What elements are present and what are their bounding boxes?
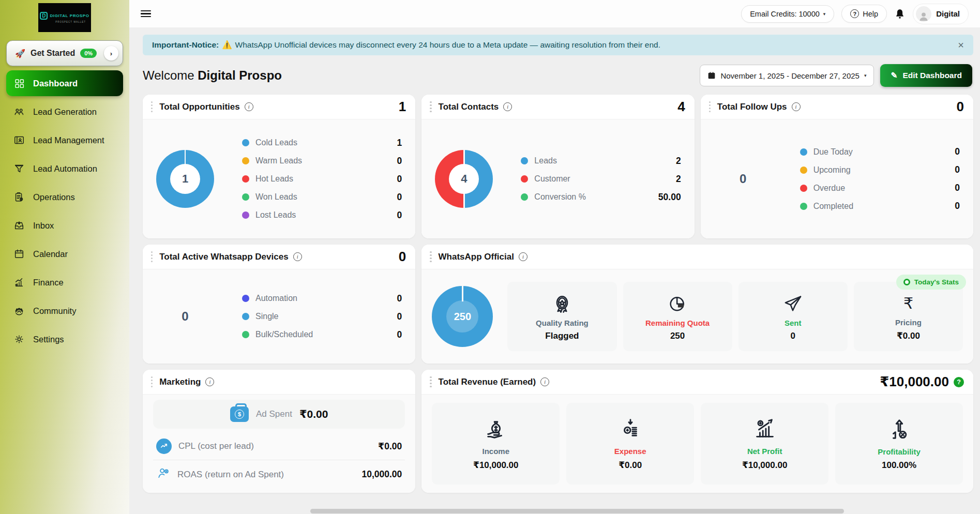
page-title: Welcome Digital Prospo xyxy=(143,68,282,83)
sidebar-item-label: Lead Automation xyxy=(33,164,97,174)
gear-icon xyxy=(13,334,25,345)
legend-item: Warm Leads0 xyxy=(242,156,402,167)
drag-handle[interactable] xyxy=(149,374,155,390)
help-badge-icon[interactable]: ? xyxy=(954,377,964,387)
growth-percent-icon xyxy=(887,417,911,443)
menu-toggle-button[interactable] xyxy=(141,9,151,19)
card-total-revenue: Total Revenue (Earned) i ₹10,000.00 ? In… xyxy=(421,370,973,493)
devices-empty-value: 0 xyxy=(156,309,214,324)
edit-dashboard-label: Edit Dashboard xyxy=(902,71,962,80)
get-started-button[interactable]: 🚀 Get Started 0% › xyxy=(6,40,123,66)
drag-handle[interactable] xyxy=(149,99,155,115)
sidebar-item-label: Finance xyxy=(33,278,64,288)
info-icon[interactable]: i xyxy=(503,102,512,111)
donut-center-value: 1 xyxy=(170,164,200,194)
dashboard-screen: D DIGITAL PROSPO PROSPECT WALLET 🚀 Get S… xyxy=(0,0,980,514)
welcome-text: Welcome xyxy=(143,68,194,82)
topbar: Email Credits: 10000 ▾ ? Help Digital xyxy=(129,0,980,27)
drag-handle[interactable] xyxy=(428,249,433,265)
sidebar-item-label: Lead Management xyxy=(33,135,104,145)
card-total: 4 xyxy=(677,99,685,115)
chevron-right-icon[interactable]: › xyxy=(104,46,118,61)
card-total-active-whatsapp-devices: Total Active Whatsapp Devices i 0 0 Auto… xyxy=(143,245,415,364)
legend-dot xyxy=(521,193,528,201)
date-range-picker[interactable]: November 1, 2025 - December 27, 2025 ▾ xyxy=(700,65,874,86)
sidebar-item-operations[interactable]: Operations xyxy=(0,184,129,210)
contacts-donut-chart: 4 xyxy=(435,150,493,208)
legend: Cold Leads1 Warm Leads0 Hot Leads0 Won L… xyxy=(242,138,402,221)
notifications-bell-icon[interactable] xyxy=(894,8,906,20)
user-menu[interactable]: Digital xyxy=(913,4,969,24)
drag-handle[interactable] xyxy=(428,374,433,390)
legend-dot xyxy=(521,175,528,183)
stat-remaining-quota: Remaining Quota 250 xyxy=(623,282,732,351)
drag-handle[interactable] xyxy=(428,99,433,115)
drag-handle[interactable] xyxy=(707,99,713,115)
sidebar-item-label: Operations xyxy=(33,192,75,202)
legend-item: Lost Leads0 xyxy=(242,210,402,221)
email-credits-dropdown[interactable]: Email Credits: 10000 ▾ xyxy=(741,5,834,23)
brand-logo[interactable]: D DIGITAL PROSPO PROSPECT WALLET xyxy=(38,3,91,32)
help-button[interactable]: ? Help xyxy=(841,5,887,23)
sidebar-item-lead-automation[interactable]: Lead Automation xyxy=(0,156,129,182)
revenue-total: ₹10,000.00 xyxy=(880,374,949,390)
card-title: WhatsApp Official xyxy=(439,252,514,262)
caret-down-icon: ▾ xyxy=(823,11,826,17)
opportunities-donut-chart: 1 xyxy=(156,150,214,208)
progress-badge: 0% xyxy=(80,49,97,58)
card-title: Total Revenue (Earned) xyxy=(439,377,536,387)
brand-mark-icon: D xyxy=(40,12,48,20)
legend-dot xyxy=(800,203,807,210)
legend-item: Hot Leads0 xyxy=(242,174,402,185)
ad-spent-row: $ Ad Spent ₹0.00 xyxy=(153,400,405,429)
info-icon[interactable]: i xyxy=(519,252,527,261)
legend-item: Bulk/Scheduled0 xyxy=(242,329,402,340)
welcome-row: Welcome Digital Prospo November 1, 2025 … xyxy=(143,64,972,87)
sidebar-item-inbox[interactable]: Inbox xyxy=(0,213,129,238)
question-circle-icon: ? xyxy=(850,9,859,18)
info-icon[interactable]: i xyxy=(205,377,214,386)
legend-item: Upcoming0 xyxy=(800,164,960,175)
sidebar-item-lead-management[interactable]: Lead Management xyxy=(0,127,129,153)
users-icon xyxy=(13,106,25,117)
card-total: 0 xyxy=(957,99,964,115)
legend: Leads2 Customer2 Conversion %50.00 xyxy=(521,156,681,203)
notice-message: WhatsApp Unofficial devices may disconne… xyxy=(235,40,661,50)
info-icon[interactable]: i xyxy=(245,102,253,111)
info-icon[interactable]: i xyxy=(293,252,302,261)
notice-title: Important-Notice: xyxy=(152,40,219,50)
calendar-icon xyxy=(13,248,25,260)
legend-item: Single0 xyxy=(242,311,402,322)
sidebar-item-finance[interactable]: Finance xyxy=(0,269,129,295)
notice-banner: Important-Notice: ⚠️ WhatsApp Unofficial… xyxy=(143,35,973,55)
legend-dot xyxy=(242,175,249,183)
sidebar-item-dashboard[interactable]: Dashboard xyxy=(6,70,123,96)
legend-dot xyxy=(800,185,807,192)
chart-growth-icon xyxy=(13,277,25,288)
sidebar-item-label: Inbox xyxy=(33,221,54,231)
info-icon[interactable]: i xyxy=(540,377,549,386)
card-total-follow-ups: Total Follow Ups i 0 0 Due Today0 Upcomi… xyxy=(701,95,973,238)
info-icon[interactable]: i xyxy=(792,102,801,111)
sidebar-item-lead-generation[interactable]: Lead Generation xyxy=(0,99,129,125)
horizontal-scrollbar-thumb[interactable] xyxy=(310,509,844,513)
legend-dot xyxy=(242,331,249,338)
legend-dot xyxy=(800,167,807,174)
edit-dashboard-button[interactable]: ✎ Edit Dashboard xyxy=(880,64,972,87)
legend-item: Leads2 xyxy=(521,156,681,167)
dashboard-grid-icon xyxy=(13,78,25,89)
sidebar-item-label: Settings xyxy=(33,335,64,344)
id-card-icon xyxy=(13,134,25,146)
coins-down-icon xyxy=(619,417,642,443)
sidebar-item-calendar[interactable]: Calendar xyxy=(0,241,129,267)
close-icon[interactable]: × xyxy=(958,40,964,50)
email-credits-label: Email Credits: 10000 xyxy=(750,10,820,18)
clipboard-gear-icon xyxy=(13,191,25,203)
legend-dot xyxy=(242,295,249,302)
drag-handle[interactable] xyxy=(149,249,155,265)
medal-icon xyxy=(552,292,572,315)
legend-item: Overdue0 xyxy=(800,183,960,193)
donut-center-value: 4 xyxy=(449,164,479,194)
sidebar-item-community[interactable]: Community xyxy=(0,298,129,324)
sidebar-item-settings[interactable]: Settings xyxy=(0,326,129,352)
